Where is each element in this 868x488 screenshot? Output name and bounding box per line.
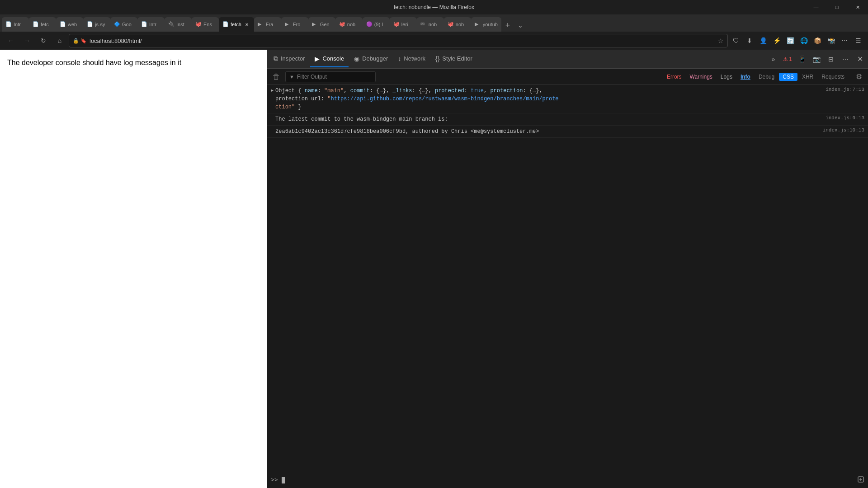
tab-style-editor[interactable]: {} Style Editor [431,51,477,67]
tab-inspector-label: Inspector [281,55,305,62]
tab-web[interactable]: 📄 web [56,17,83,32]
filter-logs-button[interactable]: Logs [717,73,736,81]
tab-intr2[interactable]: 📄 Intr [137,17,165,32]
console-input-bar[interactable]: >> [267,472,868,488]
tab-label: fetc [41,22,52,27]
entry-brace-close: } [295,104,301,110]
tab-debugger[interactable]: ◉ Debugger [349,51,392,67]
containers-icon[interactable]: 📦 [811,34,824,47]
maximize-button[interactable]: □ [826,0,847,14]
tab-label: leri [401,22,413,27]
entry-comma4: , [484,88,490,94]
tab-style-label: Style Editor [442,55,472,62]
translate-icon[interactable]: 🌐 [797,34,810,47]
pocket-icon[interactable]: ⚡ [770,34,783,47]
entry-obj-key5: protection [490,88,523,94]
tab-favicon: ▶ [258,21,264,28]
tab-goo[interactable]: 🔷 Goo [110,17,137,32]
reload-button[interactable]: ↻ [36,33,51,48]
debugger-icon: ◉ [354,55,359,62]
screenshot-ext-icon[interactable]: 📸 [825,34,837,47]
tab-fra[interactable]: ▶ Fra [254,17,281,32]
entry-source-link-3[interactable]: index.js:10:13 [823,127,864,136]
home-button[interactable]: ⌂ [52,33,67,48]
filter-info-button[interactable]: Info [737,73,754,81]
download-icon[interactable]: ⬇ [743,34,756,47]
expand-icon[interactable]: ▶ [271,87,274,111]
filter-requests-button[interactable]: Requests [818,73,848,81]
tab-network-label: Network [404,55,425,62]
tab-label: Fra [266,22,278,27]
tab-nob2[interactable]: ✉ nob [417,17,444,32]
dock-button[interactable]: ⊟ [825,53,837,66]
tab-favicon: 📄 [5,21,12,28]
entry-colon4: : [464,88,471,94]
devtools-close-button[interactable]: ✕ [854,53,866,66]
filter-css-button[interactable]: CSS [779,73,797,81]
entry-text-2: The latest commit to the wasm-bindgen ma… [275,116,448,122]
tab-label: Intr [14,22,25,27]
more-extensions-icon[interactable]: ⋯ [838,34,851,47]
responsive-design-button[interactable]: 📱 [796,53,808,66]
tab-nob3[interactable]: 🐙 nob [444,17,471,32]
tab-label: (9) I [374,22,386,27]
tab-fetc[interactable]: 📄 fetc [29,17,56,32]
tab-inst[interactable]: 🔌 Inst [165,17,192,32]
filter-warnings-button[interactable]: Warnings [686,73,716,81]
entry-bool: true [471,88,484,94]
screenshot-button[interactable]: 📷 [810,53,823,66]
entry-text-3: 2ea6ab1c9402ac13c361d7cfe9818bea006cf9bd… [275,128,539,135]
tab-js-sy[interactable]: 📄 js-sy [83,17,110,32]
filter-xhr-button[interactable]: XHR [798,73,817,81]
tab-overflow-button[interactable]: ⌄ [514,19,527,32]
profile-icon[interactable]: 👤 [757,34,769,47]
star-icon[interactable]: ☆ [718,37,724,44]
tab-favicon: ✉ [420,21,427,28]
page-content: The developer console should have log me… [0,50,267,488]
forward-button[interactable]: → [20,33,34,48]
overflow-button[interactable]: » [767,53,779,66]
tab-favicon: ▶ [475,21,481,28]
console-input-cursor [282,477,285,483]
console-expand-button[interactable] [857,476,864,484]
shield-icon[interactable]: 🛡 [730,34,742,47]
tab-fetch-active[interactable]: 📄 fetch ✕ [219,17,254,32]
entry-source-link-2[interactable]: index.js:9:13 [826,115,864,123]
filter-output-input[interactable]: ▼ Filter Output [285,71,376,82]
clear-console-button[interactable]: 🗑 [271,71,282,82]
address-bar[interactable]: 🔒 🔖 localhost:8080/html/ ☆ [69,34,728,47]
tab-ens[interactable]: 🐙 Ens [192,17,219,32]
minimize-button[interactable]: — [806,0,826,14]
lock-icon: 🔒 [73,38,79,44]
filter-debug-button[interactable]: Debug [755,73,778,81]
filter-errors-button[interactable]: Errors [663,73,685,81]
tab-nob1[interactable]: 🐙 nob [335,17,363,32]
more-options-button[interactable]: ⋯ [839,53,852,66]
tab-intr1[interactable]: 📄 Intr [2,17,29,32]
back-button[interactable]: ← [4,33,18,48]
tab-mail[interactable]: 🟣 (9) I [363,17,390,32]
filter-buttons: Errors Warnings Logs Info Debug CSS XHR … [663,73,848,81]
tab-console[interactable]: ▶ Console [310,51,349,67]
tab-leri[interactable]: 🐙 leri [390,17,417,32]
tab-label: nob [429,22,440,27]
tab-inspector[interactable]: ⧉ Inspector [269,51,309,67]
tab-youtube[interactable]: ▶ youtub [471,17,501,32]
tab-gen[interactable]: ▶ Gen [308,17,335,32]
tab-fro[interactable]: ▶ Fro [281,17,308,32]
sync-icon[interactable]: 🔄 [784,34,797,47]
close-button[interactable]: ✕ [847,0,868,14]
protection-url-link[interactable]: https://api.github.com/repos/rustwasm/wa… [330,96,558,102]
window-title: fetch: nobundle — Mozilla Firefox [394,4,474,10]
devtools-toolbar: ⧉ Inspector ▶ Console ◉ Debugger ↕ Netwo… [267,50,868,69]
tab-close-icon[interactable]: ✕ [243,21,250,28]
new-tab-button[interactable]: + [501,19,514,32]
entry-obj-val-str: "main" [324,88,344,94]
filter-placeholder: Filter Output [297,74,327,80]
entry-source-link-1[interactable]: index.js:7:13 [826,87,864,111]
menu-icon[interactable]: ☰ [852,34,864,47]
console-settings-button[interactable]: ⚙ [854,71,864,82]
entry-obj-colon: : [318,88,324,94]
tab-network[interactable]: ↕ Network [393,51,430,67]
tab-label: js-sy [95,22,107,27]
